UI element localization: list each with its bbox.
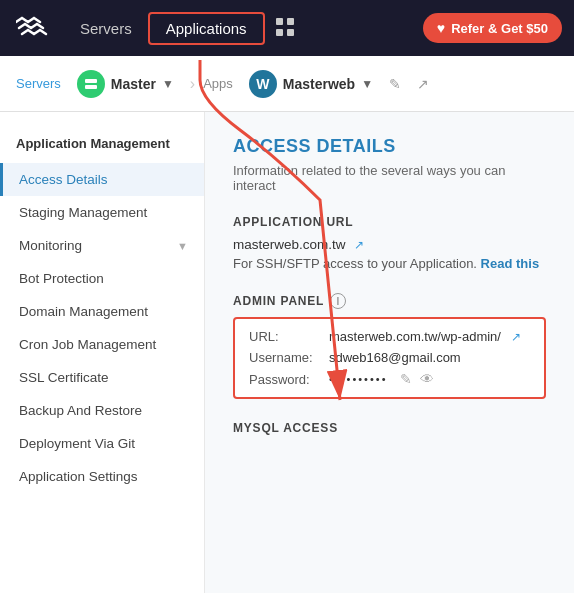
breadcrumb-servers-link[interactable]: Servers [16, 76, 61, 91]
sidebar: Application Management Access Details St… [0, 112, 205, 593]
open-app-icon[interactable]: ↗ [413, 74, 433, 94]
sidebar-item-app-settings[interactable]: Application Settings [0, 460, 204, 493]
read-this-link[interactable]: Read this [481, 256, 540, 271]
page-title: ACCESS DETAILS [233, 136, 546, 157]
breadcrumb-apps-section: Apps W Masterweb ▼ ✎ ↗ [203, 70, 433, 98]
admin-url-row: URL: masterweb.com.tw/wp-admin/ ↗ [249, 329, 530, 344]
app-url-row: masterweb.com.tw ↗ [233, 237, 546, 252]
top-navigation: Servers Applications ♥ Refer & Get $50 [0, 0, 574, 56]
ssh-note: For SSH/SFTP access to your Application.… [233, 256, 546, 271]
admin-username-label: Username: [249, 350, 321, 365]
nav-grid-icon[interactable] [265, 11, 305, 46]
admin-url-value: masterweb.com.tw/wp-admin/ [329, 329, 501, 344]
nav-servers[interactable]: Servers [64, 14, 148, 43]
server-selector[interactable]: Master ▼ [69, 66, 182, 102]
sidebar-item-ssl[interactable]: SSL Certificate [0, 361, 204, 394]
svg-rect-3 [287, 29, 294, 36]
app-url-block: APPLICATION URL masterweb.com.tw ↗ For S… [233, 215, 546, 271]
edit-app-icon[interactable]: ✎ [385, 74, 405, 94]
sidebar-item-backup[interactable]: Backup And Restore [0, 394, 204, 427]
admin-password-dots: •••••••••• [329, 373, 388, 385]
password-actions: ✎ 👁 [400, 371, 434, 387]
mysql-title: MYSQL ACCESS [233, 421, 546, 435]
admin-password-row: Password: •••••••••• ✎ 👁 [249, 371, 530, 387]
sidebar-item-monitoring[interactable]: Monitoring ▼ [0, 229, 204, 262]
sidebar-item-domain[interactable]: Domain Management [0, 295, 204, 328]
admin-panel-title: ADMIN PANEL i [233, 293, 546, 309]
svg-rect-2 [276, 29, 283, 36]
svg-rect-4 [85, 79, 97, 83]
sidebar-item-staging[interactable]: Staging Management [0, 196, 204, 229]
admin-username-value: sdweb168@gmail.com [329, 350, 461, 365]
main-layout: Application Management Access Details St… [0, 112, 574, 593]
mysql-block: MYSQL ACCESS [233, 421, 546, 435]
logo [12, 6, 56, 50]
nav-applications[interactable]: Applications [148, 12, 265, 45]
admin-panel-block: ADMIN PANEL i URL: masterweb.com.tw/wp-a… [233, 293, 546, 399]
app-url-title: APPLICATION URL [233, 215, 546, 229]
svg-rect-1 [287, 18, 294, 25]
show-password-icon[interactable]: 👁 [420, 371, 434, 387]
sidebar-section-title: Application Management [0, 128, 204, 163]
app-selector[interactable]: W Masterweb ▼ [249, 70, 373, 98]
app-chevron-icon: ▼ [361, 77, 373, 91]
admin-panel-info-icon[interactable]: i [330, 293, 346, 309]
app-actions: ✎ ↗ [385, 74, 433, 94]
monitoring-expand-icon: ▼ [177, 240, 188, 252]
page-description: Information related to the several ways … [233, 163, 546, 193]
app-name: Masterweb [283, 76, 355, 92]
server-chevron-icon: ▼ [162, 77, 174, 91]
heart-icon: ♥ [437, 20, 445, 36]
main-content: ACCESS DETAILS Information related to th… [205, 112, 574, 593]
server-icon [77, 70, 105, 98]
admin-username-row: Username: sdweb168@gmail.com [249, 350, 530, 365]
sidebar-item-cron[interactable]: Cron Job Management [0, 328, 204, 361]
breadcrumb-bar: Servers Master ▼ › Apps W Masterweb ▼ ✎ … [0, 56, 574, 112]
breadcrumb-servers-section: Servers Master ▼ [16, 66, 182, 102]
breadcrumb-separator: › [190, 75, 195, 93]
sidebar-item-bot-protection[interactable]: Bot Protection [0, 262, 204, 295]
app-url-external-icon[interactable]: ↗ [354, 238, 364, 252]
sidebar-item-git[interactable]: Deployment Via Git [0, 427, 204, 460]
admin-url-label: URL: [249, 329, 321, 344]
apps-label: Apps [203, 76, 233, 91]
server-name: Master [111, 76, 156, 92]
admin-panel-box: URL: masterweb.com.tw/wp-admin/ ↗ Userna… [233, 317, 546, 399]
sidebar-item-access-details[interactable]: Access Details [0, 163, 204, 196]
app-url-value: masterweb.com.tw [233, 237, 346, 252]
refer-button[interactable]: ♥ Refer & Get $50 [423, 13, 562, 43]
svg-rect-0 [276, 18, 283, 25]
svg-rect-5 [85, 85, 97, 89]
edit-password-icon[interactable]: ✎ [400, 371, 412, 387]
admin-url-external-icon[interactable]: ↗ [511, 330, 521, 344]
wordpress-icon: W [249, 70, 277, 98]
admin-password-label: Password: [249, 372, 321, 387]
